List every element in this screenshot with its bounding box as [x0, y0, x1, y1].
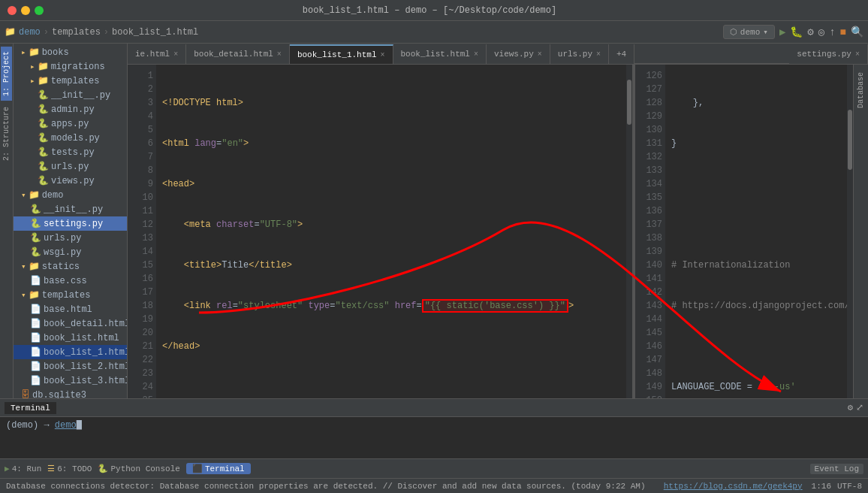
tree-file-book-list-html[interactable]: 📄 book_list.html [14, 331, 127, 345]
search-icon[interactable]: 🔍 [851, 26, 863, 38]
right-line-129 [671, 218, 841, 231]
right-tab-database[interactable]: Database [855, 68, 866, 113]
code-line-2: <html lang="en"> [162, 137, 620, 150]
maximize-button[interactable] [35, 6, 44, 15]
coverage-icon[interactable]: ◎ [818, 26, 824, 38]
tree-file-models[interactable]: 🐍 models.py [14, 131, 127, 145]
bottom-tabs-bar: Terminal ⚙ ⤢ [0, 399, 868, 417]
terminal-button[interactable]: ⬛ Terminal [186, 463, 251, 474]
tabs-bar: ie.html × book_detail.html × book_list_1… [128, 44, 868, 65]
tree-file-init-demo[interactable]: 🐍 __init__.py [14, 202, 127, 216]
debug-icon[interactable]: 🐛 [790, 26, 803, 38]
tree-file-book-detail-html[interactable]: 📄 book_detail.html [14, 316, 127, 331]
tree-file-urls-demo[interactable]: 🐍 urls.py [14, 231, 127, 245]
python-console-button[interactable]: 🐍 Python Console [98, 464, 179, 473]
close-icon[interactable]: × [596, 50, 601, 59]
right-line-131: # https://docs.djangoproject.com/en/ [671, 299, 841, 313]
code-line-1: <!DOCTYPE html> [162, 96, 620, 110]
tree-file-urls-books[interactable]: 🐍 urls.py [14, 159, 127, 174]
tab-settings[interactable]: settings.py × [789, 44, 868, 64]
tree-folder-books[interactable]: ▸ 📁 books [14, 45, 127, 59]
tree-file-apps[interactable]: 🐍 apps.py [14, 116, 127, 131]
title-bar: book_list_1.html – demo – [~/Desktop/cod… [0, 0, 868, 21]
close-button[interactable] [8, 6, 17, 15]
tab-book-list[interactable]: book_list.html × [393, 44, 487, 64]
close-icon[interactable]: × [381, 51, 385, 59]
code-line-6: <link rel="stylesheet" type="text/css" h… [162, 299, 620, 313]
stop-icon[interactable]: ■ [840, 26, 846, 38]
tree-file-tests[interactable]: 🐍 tests.py [14, 145, 127, 159]
run-icon[interactable]: ▶ [779, 26, 785, 38]
terminal-link[interactable]: demo [55, 420, 77, 431]
breadcrumb-file[interactable]: book_list_1.html [112, 27, 198, 38]
tree-file-base-html[interactable]: 📄 base.html [14, 302, 127, 316]
terminal-content[interactable]: (demo) → demo█ [0, 417, 868, 458]
tree-file-book-list-1-html[interactable]: 📄 book_list_1.html [14, 345, 127, 359]
python-icon: 🐍 [98, 464, 108, 473]
terminal-icon: ⬛ [192, 464, 203, 473]
close-icon[interactable]: × [538, 50, 542, 59]
close-icon[interactable]: × [173, 50, 178, 59]
breadcrumb-folder[interactable]: templates [52, 27, 101, 38]
code-line-3: <head> [162, 177, 620, 191]
tree-file-init-books[interactable]: 🐍 __init__.py [14, 88, 127, 102]
run-button[interactable]: ▶ 4: Run [5, 464, 41, 473]
play-icon: ▶ [5, 464, 10, 473]
vcs-icon[interactable]: ↑ [829, 26, 835, 38]
right-line-133: LANGUAGE_CODE = 'en-us' [671, 380, 841, 394]
file-tree: ▸ 📁 books ▸ 📁 migrations ▸ 📁 [14, 44, 127, 458]
tab-book-detail[interactable]: book_detail.html × [186, 44, 290, 64]
event-log-button[interactable]: Event Log [810, 464, 863, 474]
right-line-128 [671, 177, 841, 191]
tree-file-wsgi[interactable]: 🐍 wsgi.py [14, 245, 127, 259]
maximize-panel-icon[interactable]: ⤢ [856, 402, 863, 413]
tree-folder-templates[interactable]: ▾ 📁 templates [14, 288, 127, 302]
tab-views[interactable]: views.py × [487, 44, 550, 64]
tree-folder-statics[interactable]: ▾ 📁 statics [14, 259, 127, 274]
chevron-down-icon: ▾ [763, 27, 768, 37]
tab-urls[interactable]: urls.py × [550, 44, 609, 64]
tree-file-book-list-2-html[interactable]: 📄 book_list_2.html [14, 359, 127, 374]
close-icon[interactable]: × [277, 50, 282, 59]
tree-file-settings[interactable]: 🐍 settings.py [14, 216, 127, 231]
right-line-127: } [671, 137, 841, 150]
run-toolbar: ▶ 4: Run ☰ 6: TODO 🐍 Python Console ⬛ Te… [0, 458, 868, 478]
settings-gear-icon[interactable]: ⚙ [848, 402, 853, 413]
status-encoding: UTF-8 [837, 482, 862, 491]
status-line: 1:16 [812, 482, 831, 491]
close-icon[interactable]: × [474, 50, 478, 59]
tree-folder-demo[interactable]: ▾ 📁 demo [14, 188, 127, 202]
sidebar-tab-structure[interactable]: 2: Structure [1, 102, 12, 165]
tree-file-admin[interactable]: 🐍 admin.py [14, 102, 127, 116]
tree-folder-templates-books[interactable]: ▸ 📁 templates [14, 74, 127, 88]
todo-button[interactable]: ☰ 6: TODO [47, 464, 92, 473]
todo-icon: ☰ [47, 464, 55, 473]
demo-badge[interactable]: ⬡ demo ▾ [723, 25, 775, 39]
bottom-tab-terminal[interactable]: Terminal [5, 402, 56, 414]
tree-folder-migrations[interactable]: ▸ 📁 migrations [14, 59, 127, 74]
status-bar: Database connections detector: Database … [0, 478, 868, 493]
right-line-126: }, [671, 96, 841, 110]
tree-file-book-list-3-html[interactable]: 📄 book_list_3.html [14, 374, 127, 388]
terminal-prompt: (demo) → [6, 420, 55, 431]
traffic-lights [8, 6, 44, 15]
status-message: Database connections detector: Database … [6, 482, 664, 491]
breadcrumb-project[interactable]: demo [19, 27, 41, 38]
tree-file-base-css[interactable]: 📄 base.css [14, 274, 127, 288]
window-title: book_list_1.html – demo – [~/Desktop/cod… [50, 5, 809, 16]
code-line-4: <meta charset="UTF-8"> [162, 218, 620, 231]
tab-book-list-1[interactable]: book_list_1.html × [290, 44, 393, 64]
breadcrumb: 📁 demo › templates › book_list_1.html [5, 26, 198, 38]
close-icon[interactable]: × [855, 50, 860, 59]
code-line-7: </head> [162, 340, 620, 353]
tab-ie-html[interactable]: ie.html × [128, 44, 186, 64]
sidebar-tab-project[interactable]: 1: Project [1, 47, 12, 101]
profile-icon[interactable]: ⚙ [807, 26, 813, 38]
tree-file-views[interactable]: 🐍 views.py [14, 174, 127, 188]
minimize-button[interactable] [21, 6, 30, 15]
blog-link[interactable]: https://blog.csdn.me/geek4py [664, 482, 803, 491]
tab-more[interactable]: +4 [609, 44, 634, 64]
terminal-cursor: █ [77, 420, 82, 431]
toolbar: 📁 demo › templates › book_list_1.html ⬡ … [0, 21, 868, 44]
toolbar-actions: ⬡ demo ▾ ▶ 🐛 ⚙ ◎ ↑ ■ 🔍 [723, 25, 863, 39]
